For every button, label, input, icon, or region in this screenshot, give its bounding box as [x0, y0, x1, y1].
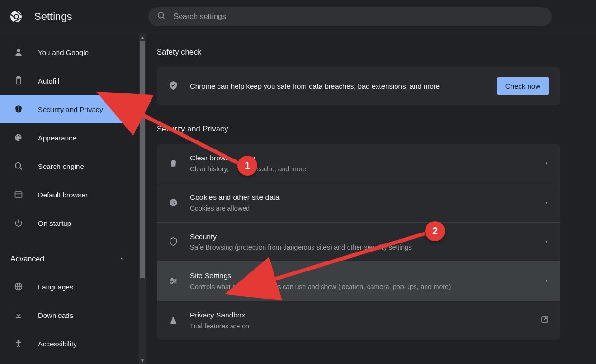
sidebar-item-label: You and Google	[38, 48, 89, 56]
flask-icon	[168, 315, 179, 326]
sidebar-item-label: Appearance	[38, 134, 76, 142]
row-privacy-sandbox[interactable]: Privacy Sandbox Trial features are on	[157, 300, 560, 340]
safety-check-card: Chrome can help keep you safe from data …	[157, 67, 560, 105]
svg-point-11	[15, 163, 21, 168]
download-icon	[13, 310, 24, 320]
chrome-logo-icon	[9, 10, 23, 23]
row-subtitle: Safe Browsing (protection from dangerous…	[190, 243, 544, 252]
row-security[interactable]: Security Safe Browsing (protection from …	[157, 222, 560, 261]
svg-point-28	[171, 278, 173, 280]
sidebar-item-search-engine[interactable]: Search engine	[0, 152, 138, 180]
sidebar-item-label: Default browser	[38, 191, 88, 199]
annotation-marker-1: 1	[237, 156, 257, 176]
header: Settings	[0, 0, 596, 33]
sidebar-item-on-startup[interactable]: On startup	[0, 209, 138, 237]
svg-rect-18	[16, 317, 21, 318]
svg-point-8	[16, 136, 17, 137]
advanced-label: Advanced	[10, 255, 44, 263]
browser-icon	[13, 189, 24, 200]
sidebar-advanced-toggle[interactable]: Advanced	[0, 246, 138, 272]
scrollbar-thumb[interactable]	[140, 41, 145, 278]
svg-point-22	[174, 201, 175, 202]
svg-line-4	[163, 17, 165, 19]
clipboard-icon	[13, 75, 24, 86]
sidebar-item-label: On startup	[38, 219, 71, 227]
security-privacy-heading: Security and Privacy	[157, 124, 596, 133]
trash-icon	[168, 158, 179, 168]
person-icon	[13, 47, 24, 57]
row-subtitle: Cookies are allowed	[190, 204, 544, 214]
globe-icon	[13, 281, 24, 292]
main-content: Safety check Chrome can help keep you sa…	[138, 33, 596, 364]
svg-point-19	[18, 340, 19, 342]
row-subtitle: Controls what information sites can use …	[190, 282, 544, 292]
row-title: Site Settings	[190, 270, 544, 282]
cookie-icon	[168, 197, 179, 208]
svg-point-5	[17, 49, 20, 52]
svg-point-24	[174, 203, 175, 204]
check-now-button[interactable]: Check now	[497, 77, 549, 95]
svg-point-10	[19, 136, 20, 137]
chevron-right-icon	[544, 237, 549, 246]
power-icon	[13, 218, 24, 228]
shield-icon	[13, 104, 24, 114]
search-icon	[157, 11, 166, 22]
shield-outline-icon	[168, 236, 179, 247]
row-subtitle: Trial features are on	[190, 321, 540, 331]
sidebar-item-default-browser[interactable]: Default browser	[0, 180, 138, 209]
sidebar-item-label: Languages	[38, 283, 73, 291]
sidebar-item-appearance[interactable]: Appearance	[0, 123, 138, 152]
search-icon	[13, 161, 24, 171]
safety-check-text: Chrome can help keep you safe from data …	[190, 82, 497, 90]
accessibility-icon	[13, 338, 24, 349]
sidebar-item-languages[interactable]: Languages	[0, 272, 138, 301]
svg-point-23	[172, 203, 173, 204]
sidebar-item-accessibility[interactable]: Accessibility	[0, 329, 138, 358]
chevron-right-icon	[544, 198, 549, 207]
scroll-down-icon[interactable]: ▼	[139, 356, 146, 364]
row-clear-browsing-data[interactable]: Clear browsing data Clear history, cooki…	[157, 144, 560, 183]
annotation-marker-2: 2	[425, 221, 445, 241]
sidebar-item-downloads[interactable]: Downloads	[0, 301, 138, 329]
svg-point-30	[171, 282, 172, 284]
sidebar-item-label: Downloads	[38, 311, 73, 319]
chevron-up-icon	[119, 255, 124, 263]
palette-icon	[13, 132, 24, 143]
sidebar-item-you-and-google[interactable]: You and Google	[0, 38, 138, 66]
search-container[interactable]	[148, 7, 552, 26]
row-cookies[interactable]: Cookies and other site data Cookies are …	[157, 183, 560, 222]
sidebar-item-label: Security and Privacy	[38, 105, 103, 113]
security-privacy-card: Clear browsing data Clear history, cooki…	[157, 144, 560, 340]
page-title: Settings	[34, 10, 72, 23]
svg-point-3	[158, 12, 163, 18]
svg-rect-13	[15, 192, 22, 197]
shield-check-icon	[168, 80, 179, 93]
sidebar-item-label: Search engine	[38, 162, 84, 170]
scroll-up-icon[interactable]: ▲	[139, 33, 146, 41]
svg-rect-7	[18, 77, 20, 78]
svg-point-29	[174, 280, 175, 282]
chevron-right-icon	[544, 159, 549, 168]
sidebar-item-label: Accessibility	[38, 340, 77, 348]
tune-icon	[168, 276, 179, 286]
sidebar-item-autofill[interactable]: Autofill	[0, 66, 138, 95]
search-input[interactable]	[174, 12, 543, 21]
row-title: Privacy Sandbox	[190, 309, 540, 321]
sidebar: You and Google Autofill Security and Pri…	[0, 33, 138, 364]
sidebar-scrollbar[interactable]: ▲ ▼	[139, 33, 146, 364]
row-title: Security	[190, 231, 544, 243]
svg-line-12	[20, 168, 22, 169]
svg-point-9	[18, 135, 19, 136]
sidebar-item-security-and-privacy[interactable]: Security and Privacy	[0, 95, 133, 123]
row-site-settings[interactable]: Site Settings Controls what information …	[157, 261, 560, 300]
external-link-icon	[540, 315, 549, 326]
safety-check-heading: Safety check	[157, 47, 596, 56]
chevron-right-icon	[544, 277, 549, 285]
row-title: Cookies and other site data	[190, 192, 544, 204]
svg-point-21	[171, 201, 172, 202]
sidebar-item-label: Autofill	[38, 77, 59, 85]
svg-point-20	[170, 199, 177, 206]
